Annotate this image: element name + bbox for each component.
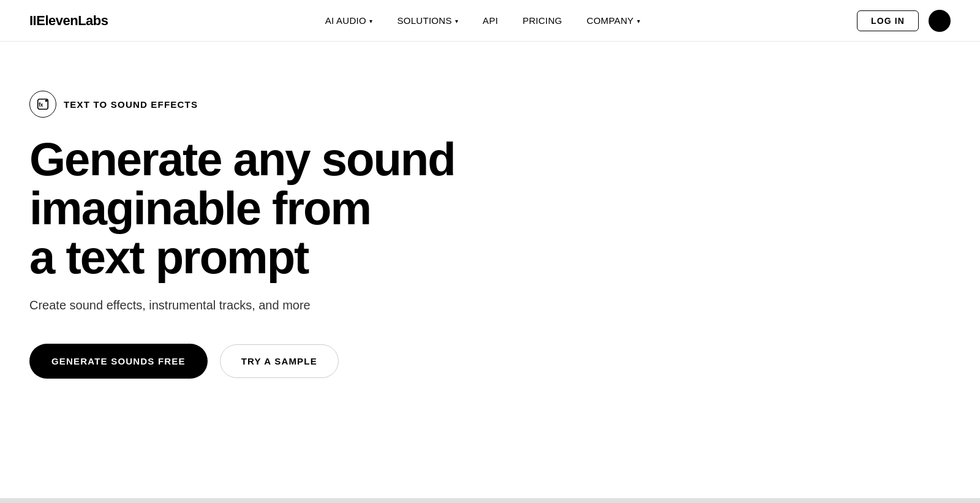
nav-company-label: COMPANY — [587, 15, 634, 26]
nav-api[interactable]: API — [483, 15, 498, 26]
nav-pricing-label: PRICING — [522, 15, 562, 26]
footer-bar — [0, 498, 980, 503]
cta-row: GENERATE SOUNDS FREE TRY A SAMPLE — [29, 344, 522, 379]
generate-sounds-button[interactable]: GENERATE SOUNDS FREE — [29, 344, 208, 379]
svg-point-2 — [45, 100, 48, 102]
badge-label: TEXT TO SOUND EFFECTS — [64, 99, 198, 110]
chevron-down-icon: ▾ — [369, 18, 372, 25]
chevron-down-icon: ▾ — [455, 18, 458, 25]
navbar-right: LOG IN — [857, 10, 951, 32]
hero-section: fx TEXT TO SOUND EFFECTS Generate any so… — [0, 42, 551, 379]
hero-heading-line2: a text prompt — [29, 231, 308, 283]
nav-ai-audio[interactable]: AI AUDIO ▾ — [325, 15, 373, 26]
nav-solutions-label: SOLUTIONS — [397, 15, 451, 26]
login-button[interactable]: LOG IN — [857, 10, 919, 31]
fx-icon: fx — [36, 97, 50, 111]
badge-row: fx TEXT TO SOUND EFFECTS — [29, 91, 522, 118]
svg-text:fx: fx — [39, 102, 43, 108]
try-sample-button[interactable]: TRY A SAMPLE — [220, 344, 339, 378]
nav-company[interactable]: COMPANY ▾ — [587, 15, 640, 26]
nav-center: AI AUDIO ▾ SOLUTIONS ▾ API PRICING COMPA… — [325, 15, 640, 26]
sound-effects-icon: fx — [29, 91, 56, 118]
hero-heading-line1: Generate any sound imaginable from — [29, 133, 455, 234]
nav-api-label: API — [483, 15, 498, 26]
hero-subtext: Create sound effects, instrumental track… — [29, 296, 522, 314]
logo-text: IIElevenLabs — [29, 13, 108, 28]
hero-heading: Generate any sound imaginable from a tex… — [29, 135, 522, 281]
navbar: IIElevenLabs AI AUDIO ▾ SOLUTIONS ▾ API … — [0, 0, 980, 42]
nav-pricing[interactable]: PRICING — [522, 15, 562, 26]
chevron-down-icon: ▾ — [637, 18, 640, 25]
avatar[interactable] — [929, 10, 951, 32]
nav-solutions[interactable]: SOLUTIONS ▾ — [397, 15, 458, 26]
nav-ai-audio-label: AI AUDIO — [325, 15, 366, 26]
logo[interactable]: IIElevenLabs — [29, 13, 108, 29]
